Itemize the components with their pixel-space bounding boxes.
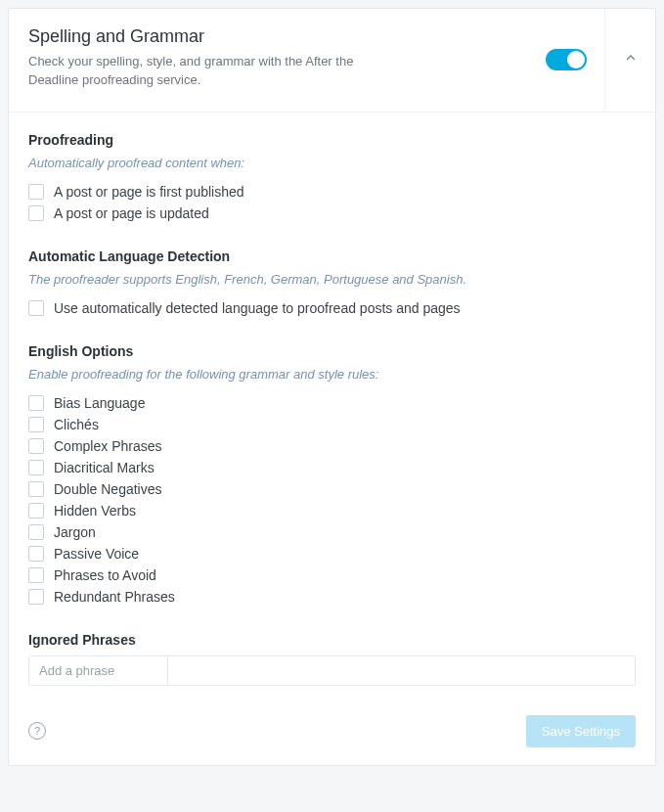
section-heading: English Options (28, 343, 636, 359)
page-title: Spelling and Grammar (28, 26, 509, 47)
checkbox-post-updated[interactable]: A post or page is updated (28, 205, 636, 221)
checkbox-label: Clichés (54, 417, 99, 432)
section-auto-lang: Automatic Language Detection The proofre… (28, 248, 636, 316)
checkbox-jargon[interactable]: Jargon (28, 524, 636, 540)
checkbox-diacritical-marks[interactable]: Diacritical Marks (28, 460, 636, 475)
panel-header-text: Spelling and Grammar Check your spelling… (9, 9, 528, 112)
checkbox-icon (28, 589, 44, 605)
checkbox-label: Passive Voice (54, 546, 139, 562)
checkbox-label: Jargon (54, 524, 96, 540)
section-heading: Automatic Language Detection (28, 248, 636, 264)
checkbox-label: Complex Phrases (54, 438, 162, 454)
panel-header-controls (528, 9, 655, 112)
checkbox-redundant-phrases[interactable]: Redundant Phrases (28, 589, 636, 605)
checkbox-label: Bias Language (54, 395, 145, 411)
checkbox-label: A post or page is first published (54, 184, 244, 200)
checkbox-label: A post or page is updated (54, 205, 209, 221)
checkbox-icon (28, 184, 44, 200)
checkbox-icon (28, 481, 44, 497)
collapse-button[interactable] (604, 9, 655, 112)
section-proofreading: Proofreading Automatically proofread con… (28, 132, 636, 221)
checkbox-label: Diacritical Marks (54, 460, 155, 475)
section-note: The proofreader supports English, French… (28, 272, 636, 287)
feature-toggle-wrap (528, 9, 604, 112)
settings-panel: Spelling and Grammar Check your spelling… (8, 8, 656, 766)
checkbox-icon (28, 395, 44, 411)
checkbox-icon (28, 546, 44, 562)
section-note: Automatically proofread content when: (28, 156, 636, 170)
checkbox-label: Use automatically detected language to p… (54, 300, 461, 316)
panel-header: Spelling and Grammar Check your spelling… (9, 9, 655, 113)
panel-body: Proofreading Automatically proofread con… (9, 113, 655, 703)
section-heading: Ignored Phrases (28, 632, 636, 648)
section-note: Enable proofreading for the following gr… (28, 367, 636, 382)
section-ignored-phrases: Ignored Phrases (28, 632, 636, 686)
chevron-up-icon (623, 50, 639, 69)
checkbox-label: Double Negatives (54, 481, 162, 497)
panel-footer: ? Save Settings (9, 703, 655, 765)
checkbox-icon (28, 567, 44, 583)
add-phrase-input[interactable] (29, 656, 168, 685)
checkbox-post-published[interactable]: A post or page is first published (28, 184, 636, 200)
checkbox-label: Phrases to Avoid (54, 567, 156, 583)
checkbox-icon (28, 524, 44, 540)
section-english-options: English Options Enable proofreading for … (28, 343, 636, 605)
checkbox-icon (28, 417, 44, 432)
checkbox-complex-phrases[interactable]: Complex Phrases (28, 438, 636, 454)
checkbox-label: Hidden Verbs (54, 503, 136, 519)
section-heading: Proofreading (28, 132, 636, 148)
checkbox-icon (28, 205, 44, 221)
checkbox-icon (28, 438, 44, 454)
help-icon[interactable]: ? (28, 722, 46, 740)
checkbox-icon (28, 460, 44, 475)
page-subtitle: Check your spelling, style, and grammar … (28, 53, 380, 90)
checkbox-passive-voice[interactable]: Passive Voice (28, 546, 636, 562)
checkbox-bias-language[interactable]: Bias Language (28, 395, 636, 411)
checkbox-cliches[interactable]: Clichés (28, 417, 636, 432)
ignored-phrase-list (168, 656, 635, 685)
checkbox-icon (28, 300, 44, 316)
save-settings-button[interactable]: Save Settings (526, 715, 636, 747)
checkbox-hidden-verbs[interactable]: Hidden Verbs (28, 503, 636, 519)
checkbox-phrases-to-avoid[interactable]: Phrases to Avoid (28, 567, 636, 583)
feature-toggle[interactable] (546, 49, 587, 70)
checkbox-label: Redundant Phrases (54, 589, 175, 605)
checkbox-double-negatives[interactable]: Double Negatives (28, 481, 636, 497)
ignored-phrase-row (28, 655, 636, 686)
checkbox-icon (28, 503, 44, 519)
checkbox-auto-detect-lang[interactable]: Use automatically detected language to p… (28, 300, 636, 316)
